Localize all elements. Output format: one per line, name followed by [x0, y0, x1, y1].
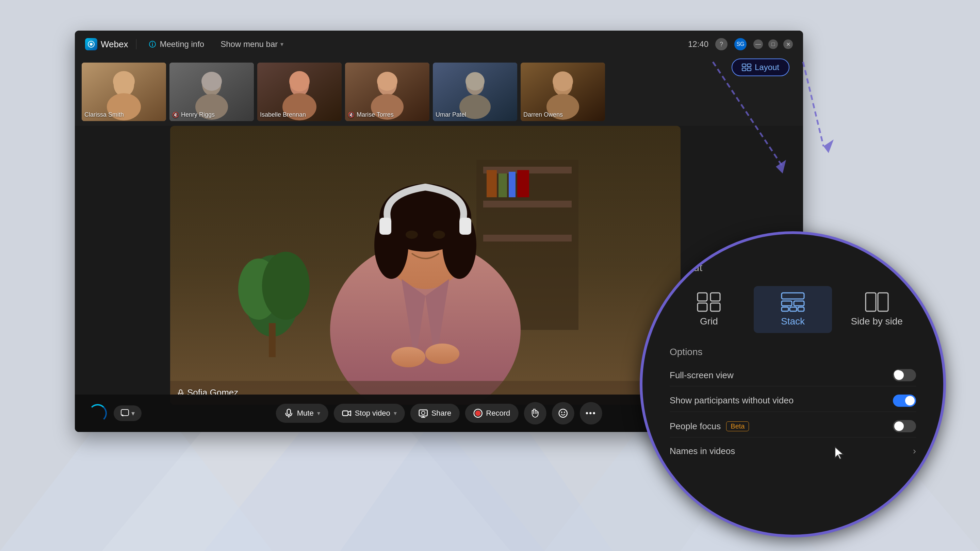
svg-rect-95	[711, 303, 720, 311]
more-options-button[interactable]: •••	[579, 402, 602, 424]
svg-rect-49	[498, 173, 507, 197]
help-icon: ?	[720, 41, 723, 48]
full-screen-toggle[interactable]	[893, 369, 916, 381]
layout-button[interactable]: Layout	[732, 59, 789, 76]
svg-rect-71	[179, 390, 182, 394]
share-label: Share	[431, 409, 452, 418]
webex-logo-icon	[85, 38, 97, 50]
raise-hand-button[interactable]	[524, 402, 546, 424]
svg-rect-94	[698, 303, 707, 311]
svg-rect-47	[483, 235, 572, 241]
share-button[interactable]: Share	[410, 404, 460, 423]
svg-rect-50	[509, 172, 515, 197]
people-focus-label: People focus	[670, 421, 721, 432]
svg-line-89	[803, 62, 824, 146]
user-avatar[interactable]: SG	[734, 38, 746, 50]
mute-button[interactable]: Mute ▾	[276, 404, 328, 423]
svg-point-11	[152, 43, 153, 43]
info-icon	[149, 40, 156, 48]
svg-rect-51	[517, 170, 529, 197]
svg-rect-93	[711, 293, 720, 301]
meeting-info-button[interactable]: Meeting info	[145, 37, 208, 51]
titlebar-separator	[136, 39, 137, 49]
stop-video-button[interactable]: Stop video ▾	[334, 404, 405, 423]
svg-rect-100	[790, 307, 797, 311]
participant-thumb-3[interactable]: Isabelle Brennan	[257, 63, 342, 121]
participant-thumb-2[interactable]: 🔇 Henry Riggs	[169, 63, 254, 121]
zoom-circle: Layout Grid	[640, 231, 946, 537]
layout-option-stack[interactable]: Stack	[754, 286, 832, 333]
people-focus-toggle[interactable]	[893, 420, 916, 432]
reactions-icon	[558, 408, 568, 418]
window-controls: — □ ✕	[753, 40, 793, 49]
record-label: Record	[486, 409, 510, 418]
close-button[interactable]: ✕	[783, 40, 793, 49]
participant-4-name: 🔇 Marise Torres	[348, 111, 394, 118]
record-button[interactable]: Record	[465, 404, 518, 423]
show-menu-button[interactable]: Show menu bar ▾	[216, 37, 288, 51]
svg-rect-77	[419, 410, 427, 416]
svg-rect-98	[794, 301, 804, 306]
toolbar-left: ▾	[89, 404, 142, 422]
show-participants-row: Show participants without video	[670, 390, 916, 412]
maximize-button[interactable]: □	[768, 40, 778, 49]
show-participants-toggle[interactable]	[893, 395, 916, 407]
mute-icon	[284, 408, 294, 418]
participant-5-name: Umar Patel	[436, 111, 466, 118]
layout-options: Grid Stack Side	[670, 286, 916, 333]
people-focus-row: People focus Beta	[670, 415, 916, 437]
svg-point-25	[202, 72, 222, 91]
svg-rect-92	[698, 293, 707, 301]
main-video: Sofia Gomez	[170, 126, 681, 405]
svg-point-84	[561, 411, 562, 413]
svg-point-81	[475, 411, 480, 416]
svg-rect-46	[483, 201, 572, 208]
titlebar: Webex Meeting info Show menu bar ▾ 12:40…	[75, 30, 803, 58]
participant-1-name: Clarissa Smith	[84, 111, 124, 118]
participant-3-name: Isabelle Brennan	[260, 111, 306, 118]
chat-button[interactable]: ▾	[114, 405, 142, 421]
svg-rect-62	[379, 218, 391, 235]
stop-video-label: Stop video	[355, 409, 390, 418]
help-button[interactable]: ?	[715, 38, 727, 50]
svg-point-54	[262, 252, 310, 320]
reactions-button[interactable]	[552, 402, 574, 424]
svg-rect-63	[460, 218, 471, 235]
raise-hand-icon	[530, 408, 540, 418]
side-by-side-label: Side by side	[851, 316, 903, 327]
svg-rect-12	[742, 64, 746, 67]
grid-label: Grid	[700, 316, 718, 327]
participant-6-name: Darren Owens	[523, 111, 563, 118]
webex-app-name: Webex	[101, 39, 128, 50]
mute-label: Mute	[297, 409, 314, 418]
svg-point-65	[433, 230, 445, 239]
side-by-side-layout-icon	[865, 292, 889, 312]
svg-point-20	[113, 71, 135, 92]
people-focus-label-group: People focus Beta	[670, 421, 749, 432]
svg-rect-15	[747, 68, 751, 71]
minimize-button[interactable]: —	[753, 40, 763, 49]
svg-point-8	[90, 43, 92, 46]
meeting-info-label: Meeting info	[159, 40, 204, 49]
participant-thumb-1[interactable]: Clarissa Smith	[82, 63, 166, 121]
chat-icon	[121, 409, 129, 418]
svg-rect-102	[865, 293, 876, 311]
layout-option-side-by-side[interactable]: Side by side	[837, 286, 916, 333]
participant-thumb-6[interactable]: Darren Owens	[520, 63, 605, 121]
names-in-videos-label: Names in videos	[670, 446, 735, 456]
participants-strip: Layout Clarissa Smith	[75, 58, 803, 126]
svg-marker-91	[824, 140, 834, 153]
participant-thumb-4[interactable]: 🔇 Marise Torres	[345, 63, 430, 121]
names-in-videos-row[interactable]: Names in videos ›	[670, 441, 916, 461]
layout-option-grid[interactable]: Grid	[670, 286, 748, 333]
layout-panel-title: Layout	[670, 261, 916, 274]
participant-thumb-5[interactable]: Umar Patel	[433, 63, 517, 121]
svg-rect-76	[343, 411, 348, 416]
activity-indicator	[89, 404, 107, 422]
more-options-icon: •••	[585, 408, 596, 418]
stack-label: Stack	[781, 316, 805, 327]
titlebar-right: 12:40 ? SG — □ ✕	[688, 38, 793, 50]
participant-2-name: 🔇 Henry Riggs	[172, 111, 215, 118]
svg-rect-13	[747, 64, 751, 67]
svg-rect-14	[742, 68, 746, 71]
